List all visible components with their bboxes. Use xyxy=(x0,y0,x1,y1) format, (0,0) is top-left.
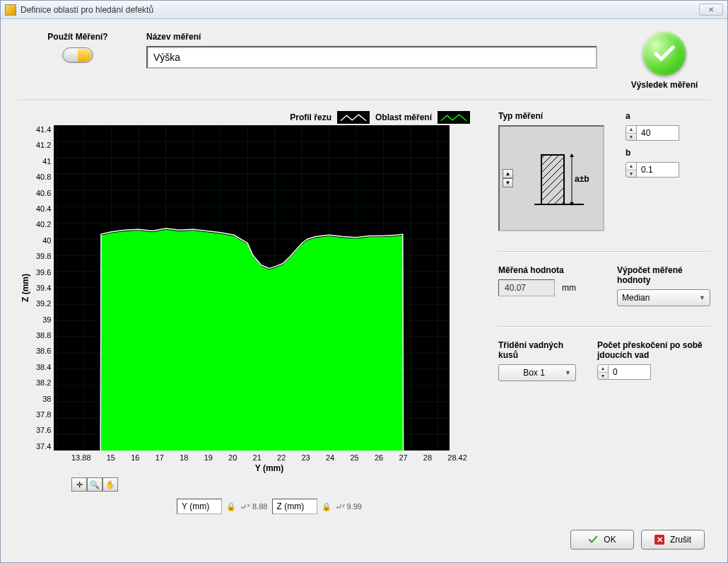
svg-text:a±b: a±b xyxy=(575,174,589,184)
svg-line-42 xyxy=(541,164,564,187)
calc-group: Výpočet měřené hodnoty Median ▼ xyxy=(617,265,710,306)
svg-line-40 xyxy=(541,155,559,173)
app-icon xyxy=(5,4,16,16)
name-label: Název měření xyxy=(138,32,618,42)
x-axis-label: Y (mm) xyxy=(71,462,467,473)
svg-line-41 xyxy=(541,157,564,180)
y-tick: 40.4 xyxy=(36,204,51,213)
ok-button[interactable]: OK xyxy=(570,530,634,550)
chart-toolbox: ✛ 🔍 ✋ xyxy=(71,477,470,492)
y-tick: 40.2 xyxy=(36,220,51,228)
y-tick: 38.6 xyxy=(36,347,51,355)
skip-label: Počet přeskočení po sobě jdoucích vad xyxy=(597,340,710,360)
x-tick: 17 xyxy=(155,453,164,462)
measured-group: Měřená hodnota 40.07 mm xyxy=(498,265,596,306)
legend-area-label: Oblast měření xyxy=(375,112,432,122)
x-tick: 13.88 xyxy=(71,453,91,462)
check-icon xyxy=(588,535,598,545)
window-close-button[interactable]: ✕ xyxy=(699,4,723,16)
x-tick: 26 xyxy=(375,453,383,462)
measurement-name-input[interactable]: Výška xyxy=(146,46,597,69)
y-tick: 40 xyxy=(36,236,51,245)
divider xyxy=(498,251,710,253)
measured-unit: mm xyxy=(562,283,576,293)
y-tick: 41.2 xyxy=(36,141,51,149)
x-tick: 28.42 xyxy=(447,453,467,462)
x-tick: 25 xyxy=(350,453,358,462)
z-format-button[interactable]: ⤾ʸ 9.99 xyxy=(336,502,362,511)
x-tick: 27 xyxy=(399,453,407,462)
y-tick: 39.8 xyxy=(36,252,51,260)
y-format-button[interactable]: ⤾ˣ 8.88 xyxy=(240,502,267,511)
x-tick: 18 xyxy=(180,453,188,462)
use-measurement-toggle[interactable] xyxy=(62,47,93,63)
measured-value: 40.07 xyxy=(498,279,555,296)
crosshair-tool[interactable]: ✛ xyxy=(71,477,87,492)
sort-label: Třídění vadných kusů xyxy=(498,340,576,360)
calc-select[interactable]: Median ▼ xyxy=(617,289,710,306)
x-tick: 20 xyxy=(228,453,237,462)
y-tick: 41.4 xyxy=(36,125,51,134)
chart-column: Profil řezu Oblast měření Z (mm) 41.441.… xyxy=(18,111,470,523)
type-up-button[interactable]: ▲ xyxy=(503,169,513,178)
spin-up-button[interactable]: ▲ xyxy=(598,365,608,373)
x-icon: ✕ xyxy=(654,535,664,545)
b-label: b xyxy=(626,148,679,158)
spin-down-button[interactable]: ▼ xyxy=(626,170,636,178)
result-group: Výsledek měření xyxy=(618,32,710,90)
spin-down-button[interactable]: ▼ xyxy=(626,134,636,141)
spin-down-button: ▼ xyxy=(598,373,608,380)
legend-area-swatch xyxy=(438,111,470,124)
y-tick: 38.4 xyxy=(36,363,51,371)
z-axis-name-input[interactable]: Z (mm) xyxy=(272,499,317,514)
zoom-tool[interactable]: 🔍 xyxy=(87,477,102,492)
cancel-button[interactable]: ✕ Zrušit xyxy=(641,530,705,550)
result-label: Výsledek měření xyxy=(618,80,710,90)
skip-group: Počet přeskočení po sobě jdoucích vad ▲▼… xyxy=(597,340,710,381)
x-tick: 19 xyxy=(204,453,213,462)
lock-icon[interactable]: 🔒 xyxy=(322,502,331,511)
axis-controls: Y (mm) 🔒 ⤾ˣ 8.88 Z (mm) 🔒 ⤾ʸ 9.99 xyxy=(71,492,467,514)
a-label: a xyxy=(626,111,679,121)
divider xyxy=(498,326,710,327)
b-input[interactable]: ▲▼ 0.1 xyxy=(626,162,679,178)
type-down-button[interactable]: ▼ xyxy=(503,178,513,187)
x-tick: 21 xyxy=(253,453,262,462)
chevron-down-icon: ▼ xyxy=(699,294,705,301)
titlebar[interactable]: Definice oblastí pro hledání defektů ✕ xyxy=(1,1,727,19)
spin-up-button[interactable]: ▲ xyxy=(626,163,636,170)
y-tick: 40.8 xyxy=(36,173,51,181)
lock-icon[interactable]: 🔒 xyxy=(226,502,236,511)
legend-profile-swatch xyxy=(337,111,370,124)
dialog-buttons: OK ✕ Zrušit xyxy=(18,523,710,554)
y-tick: 38.8 xyxy=(36,331,51,339)
a-input[interactable]: ▲▼ 40 xyxy=(626,125,679,141)
plot[interactable] xyxy=(54,125,450,451)
x-tick: 16 xyxy=(131,453,139,462)
content: Použít Měření? Název měření Výška Výsled… xyxy=(1,19,727,562)
y-tick: 39.2 xyxy=(36,299,51,308)
main-row: Profil řezu Oblast měření Z (mm) 41.441.… xyxy=(18,111,710,523)
sort-select[interactable]: Box 1 ▼ xyxy=(498,364,576,381)
toggle-indicator xyxy=(78,49,92,62)
use-measurement-label: Použít Měření? xyxy=(18,32,138,42)
divider xyxy=(18,100,710,101)
type-selector[interactable]: ▲ ▼ xyxy=(498,125,604,231)
y-axis-name-input[interactable]: Y (mm) xyxy=(177,499,222,514)
name-group: Název měření Výška xyxy=(138,32,618,69)
y-tick: 41 xyxy=(36,157,51,166)
skip-input[interactable]: ▲▼ 0 xyxy=(597,364,710,380)
y-tick: 37.4 xyxy=(36,442,51,451)
x-tick: 15 xyxy=(107,453,115,462)
y-tick: 38.2 xyxy=(36,378,51,387)
x-tick: 23 xyxy=(302,453,310,462)
right-panel: Typ měření ▲ ▼ xyxy=(470,111,710,523)
header-row: Použít Měření? Název měření Výška Výsled… xyxy=(18,32,710,90)
pan-tool[interactable]: ✋ xyxy=(102,477,118,492)
spin-up-button[interactable]: ▲ xyxy=(626,126,636,134)
x-tick: 24 xyxy=(326,453,334,462)
window-title: Definice oblastí pro hledání defektů xyxy=(20,5,153,15)
legend-profile-label: Profil řezu xyxy=(290,112,331,122)
chevron-down-icon: ▼ xyxy=(565,369,571,376)
y-tick: 39.6 xyxy=(36,268,51,277)
